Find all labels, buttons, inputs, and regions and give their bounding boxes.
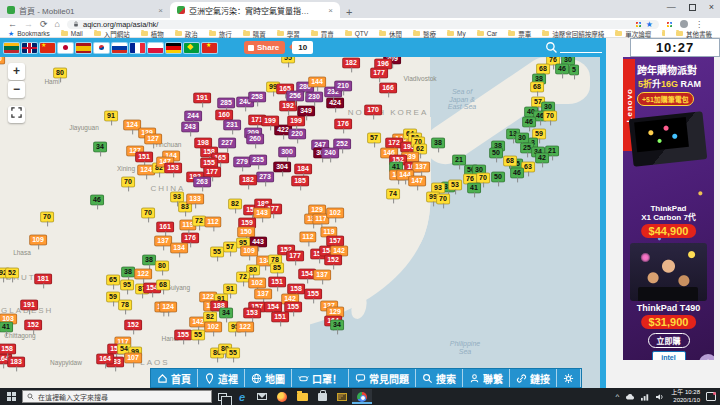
task-view-button[interactable] [212, 389, 232, 404]
aqi-marker[interactable]: 102 [204, 321, 222, 332]
onedrive-cloud-icon[interactable] [625, 393, 635, 401]
tab-close-icon[interactable]: × [158, 6, 163, 15]
extensions-icon[interactable] [666, 21, 673, 28]
aqi-marker[interactable]: 191 [193, 92, 211, 103]
back-icon[interactable]: ← [8, 20, 17, 29]
aqi-marker[interactable]: 70 [40, 211, 54, 222]
flag-south-korea-icon[interactable] [94, 43, 109, 53]
aqi-marker[interactable]: 57 [223, 241, 237, 252]
notification-icon[interactable] [706, 392, 716, 401]
aqi-marker[interactable]: 50 [489, 147, 503, 158]
aqi-marker[interactable]: 191 [20, 299, 38, 310]
aqi-marker[interactable]: 220 [288, 128, 306, 139]
aqi-marker[interactable]: 70 [543, 110, 557, 121]
aqi-marker[interactable]: 55 [191, 329, 205, 340]
mail-button[interactable] [252, 389, 272, 404]
aqi-marker[interactable]: 244 [184, 110, 202, 121]
edge-button[interactable]: e [232, 389, 252, 404]
aqi-marker[interactable]: 185 [291, 175, 309, 186]
lenovo-ad[interactable]: Lenovo 跨年購物派對 5折升16G RAM +$1加購筆電包 ThinkP… [623, 57, 714, 360]
aqi-marker[interactable]: 109 [29, 234, 47, 245]
fullscreen-button[interactable] [8, 106, 25, 123]
aqi-marker[interactable]: 424 [326, 97, 344, 108]
aqi-marker[interactable]: 70 [121, 176, 135, 187]
bookmark-item[interactable]: 單次論壇 [615, 29, 651, 39]
forward-icon[interactable]: → [24, 20, 33, 29]
aqi-marker[interactable]: 46 [510, 167, 524, 178]
bookmark-item[interactable]: 買賣 [311, 29, 334, 39]
aqi-marker[interactable]: 70 [436, 193, 450, 204]
aqi-marker[interactable]: 235 [249, 154, 267, 165]
flag-japan-icon[interactable] [58, 43, 73, 53]
aqi-marker[interactable]: 155 [304, 288, 322, 299]
other-bookmarks[interactable]: 其他書籤 [676, 29, 712, 39]
nav-item-pin[interactable]: 這裡 [198, 369, 245, 387]
aqi-marker[interactable]: 177 [286, 250, 304, 261]
aqi-marker[interactable]: 143 [253, 207, 271, 218]
aqi-marker[interactable]: 34 [219, 307, 233, 318]
aqi-marker[interactable]: 95 [120, 279, 134, 290]
aqi-marker[interactable]: 55 [226, 347, 240, 358]
flag-germany-icon[interactable] [166, 43, 181, 53]
map-search-input[interactable] [560, 52, 602, 53]
flag-spain-icon[interactable] [76, 43, 91, 53]
aqi-marker[interactable]: 55 [210, 246, 224, 257]
aqi-marker[interactable]: 152 [24, 319, 42, 330]
aqi-marker[interactable]: 227 [218, 137, 236, 148]
aqi-marker[interactable]: 184 [294, 163, 312, 174]
flag-russia-icon[interactable] [112, 43, 127, 53]
aqi-marker[interactable]: 85 [270, 262, 284, 273]
aqi-marker[interactable]: 273 [256, 171, 274, 182]
nav-item-mask[interactable]: 口罩！ [292, 369, 349, 387]
aqi-marker[interactable]: 5 [569, 64, 579, 75]
aqi-marker[interactable]: 124 [159, 301, 177, 312]
bookmark-item[interactable]: 醫療 [413, 29, 436, 39]
aqi-marker[interactable]: 38 [121, 266, 135, 277]
aqi-marker[interactable]: 155 [174, 329, 192, 340]
aqi-marker[interactable]: 38 [142, 254, 156, 265]
aqi-marker[interactable]: 153 [164, 162, 182, 173]
aqi-marker[interactable]: 199 [287, 115, 305, 126]
window-minimize-button[interactable]: — [667, 2, 676, 12]
flag-france-icon[interactable] [130, 43, 145, 53]
aqi-marker[interactable]: 349 [297, 105, 315, 116]
home-icon[interactable]: ⌂ [55, 20, 60, 29]
tray-expand-icon[interactable]: ^ [616, 392, 620, 401]
bookmark-item[interactable]: My [447, 30, 466, 37]
aqi-marker[interactable]: 102 [248, 277, 266, 288]
bookmark-item[interactable]: QTV [345, 30, 368, 37]
aqi-marker[interactable]: 158 [0, 343, 16, 354]
bookmark-item[interactable]: 旅行 [209, 29, 232, 39]
aqi-marker[interactable]: 285 [217, 97, 235, 108]
aqi-marker[interactable]: 109 [240, 245, 258, 256]
aqi-marker[interactable]: 34 [93, 141, 107, 152]
aqi-marker[interactable]: 21 [452, 154, 466, 165]
aqi-marker[interactable]: 151 [271, 311, 289, 322]
aqi-marker[interactable]: 68 [156, 279, 170, 290]
aqi-marker[interactable]: 170 [364, 104, 382, 115]
aqi-marker[interactable]: 112 [299, 231, 316, 242]
aqi-marker[interactable]: 150 [0, 57, 5, 64]
aqi-marker[interactable]: 177 [370, 67, 388, 78]
map-search-icon[interactable] [545, 41, 558, 54]
aqi-marker[interactable]: 53 [448, 179, 462, 190]
aqi-marker[interactable]: 65 [106, 274, 120, 285]
nav-item-contact[interactable]: 聯繫 [463, 369, 510, 387]
browser-menu-icon[interactable]: ⋮ [695, 20, 703, 29]
nav-item-gear[interactable] [557, 369, 581, 387]
zoom-out-button[interactable]: − [8, 81, 25, 98]
aqi-marker[interactable]: 176 [334, 118, 352, 129]
bookmark-item[interactable]: 休閒 [379, 29, 402, 39]
aqi-marker[interactable]: 137 [412, 161, 430, 172]
extension-icon[interactable] [635, 21, 642, 28]
buy-now-button[interactable]: 立即購 [648, 333, 690, 348]
aqi-marker[interactable]: 133 [186, 193, 204, 204]
nav-item-link[interactable]: 鏈接 [510, 369, 557, 387]
bookmark-star-icon[interactable]: ★ [646, 20, 653, 29]
firefox-button[interactable] [272, 389, 292, 404]
aqi-marker[interactable]: 231 [223, 119, 241, 130]
aqi-marker[interactable]: 151 [268, 276, 286, 287]
aqi-marker[interactable]: 112 [204, 216, 221, 227]
flag-poland-icon[interactable] [148, 43, 163, 53]
aqi-marker[interactable]: 46 [555, 63, 569, 74]
